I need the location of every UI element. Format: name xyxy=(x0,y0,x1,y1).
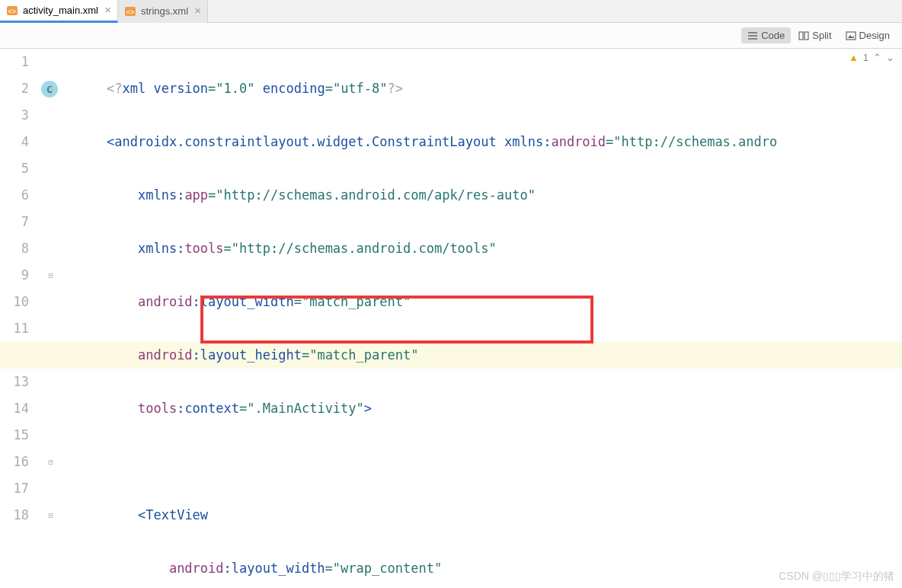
view-design-button[interactable]: Design xyxy=(840,27,896,43)
lines-icon xyxy=(747,30,758,41)
view-code-label: Code xyxy=(761,30,785,41)
view-design-label: Design xyxy=(859,30,890,41)
tab-bar: <> activity_main.xml ✕ <> strings.xml ✕ xyxy=(0,0,902,23)
fold-end-icon[interactable]: ⊟ xyxy=(46,458,55,466)
svg-rect-8 xyxy=(804,32,808,40)
line-number-gutter: 123 456 789 101112 131415 161718 xyxy=(0,49,40,588)
tab-label: strings.xml xyxy=(141,5,188,17)
image-icon xyxy=(846,30,856,41)
xml-file-icon: <> xyxy=(124,5,136,18)
tab-activity-main[interactable]: <> activity_main.xml ✕ xyxy=(0,0,118,23)
code-editor[interactable]: 123 456 789 101112 131415 161718 C ⊟ ⊟ ⊟… xyxy=(0,49,902,588)
fold-icon[interactable]: ⊟ xyxy=(46,85,55,93)
tab-label: activity_main.xml xyxy=(23,5,98,16)
view-mode-toolbar: Code Split Design xyxy=(0,23,902,49)
svg-text:<>: <> xyxy=(8,8,17,15)
gutter-marks: C ⊟ ⊟ ⊟ ⊟ xyxy=(40,49,62,588)
code-content[interactable]: <?xml version="1.0" encoding="utf-8"?> <… xyxy=(62,49,902,588)
split-icon xyxy=(798,30,809,41)
close-icon[interactable]: ✕ xyxy=(194,6,201,16)
svg-rect-7 xyxy=(799,32,803,40)
fold-icon[interactable]: ⊟ xyxy=(46,271,55,280)
svg-text:<>: <> xyxy=(126,8,135,16)
fold-end-icon[interactable]: ⊟ xyxy=(46,511,55,519)
svg-marker-10 xyxy=(848,35,854,38)
close-icon[interactable]: ✕ xyxy=(104,5,111,15)
xml-file-icon: <> xyxy=(6,5,18,17)
watermark-text: CSDN @▯▯▯学习中的猪 xyxy=(779,570,894,583)
view-split-label: Split xyxy=(812,30,831,41)
tab-strings[interactable]: <> strings.xml ✕ xyxy=(118,0,208,23)
view-code-button[interactable]: Code xyxy=(741,27,791,43)
view-split-button[interactable]: Split xyxy=(792,27,837,43)
